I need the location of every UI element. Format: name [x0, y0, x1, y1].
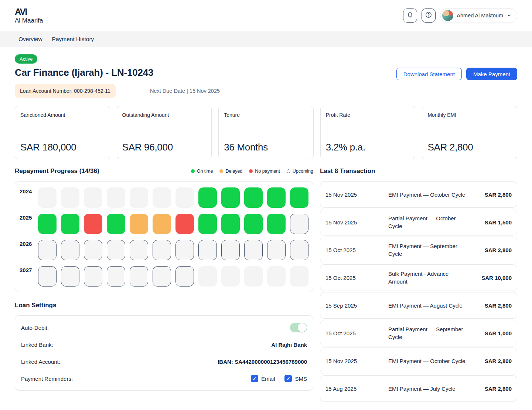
make-payment-button[interactable]: Make Payment: [466, 68, 517, 80]
nav-tab-payment-history[interactable]: Payment History: [52, 36, 94, 43]
month-cell-ontime: [244, 187, 263, 208]
month-cell-ontime: [221, 187, 240, 208]
stat-value: SAR 96,000: [122, 142, 207, 153]
legend-label: No payment: [255, 169, 280, 174]
month-cell-ontime: [198, 187, 217, 208]
transaction-date: 15 Oct 2025: [325, 330, 388, 336]
stat-value: 36 Months: [224, 142, 308, 153]
stat-card: Tenure36 Months: [218, 106, 314, 159]
linked-account-value: IBAN: SA442000000123456789000: [218, 359, 307, 365]
linked-account-label: Linked Account:: [21, 359, 60, 365]
month-cell-none: [153, 187, 171, 208]
month-cell-ontime: [61, 214, 79, 234]
month-cell-upcoming: [38, 240, 57, 260]
nav-tabs: OverviewPayment History: [0, 31, 532, 47]
legend-label: Upcoming: [293, 169, 313, 174]
stat-label: Profit Rate: [326, 112, 410, 118]
chevron-down-icon: [507, 13, 512, 18]
month-cell-none: [130, 187, 148, 208]
year-row-2024: 2024: [20, 187, 308, 208]
month-cell-nopayment: [84, 214, 102, 234]
right-column: Last 8 Transaction 15 Nov 2025EMI Paymen…: [320, 167, 517, 403]
month-cell-upcoming: [130, 266, 148, 287]
transaction-description: EMI Payment — July Cycle: [388, 385, 466, 393]
transaction-date: 15 Nov 2025: [325, 358, 388, 364]
year-label: 2026: [20, 240, 38, 247]
transaction-row: 15 Aug 2025EMI Payment — July CycleSAR 2…: [320, 375, 517, 402]
transaction-amount: SAR 2,800: [485, 358, 512, 364]
legend-item-upcoming: Upcoming: [287, 169, 313, 174]
month-cell-none: [198, 266, 217, 287]
toggle-knob: [298, 323, 307, 332]
transaction-row: 15 Nov 2025EMI Payment — October CycleSA…: [320, 348, 517, 374]
repayment-title: Repayment Progress (14/36): [15, 167, 99, 175]
transaction-amount: SAR 1,000: [485, 330, 512, 336]
stat-card: Monthly EMISAR 2,800: [422, 106, 517, 159]
legend-dot-nopayment: [249, 169, 253, 173]
linked-bank-value: Al Rajhi Bank: [271, 342, 307, 348]
month-cell-upcoming: [84, 240, 102, 260]
transactions-title: Last 8 Transaction: [320, 167, 375, 175]
legend-dot-ontime: [191, 169, 195, 173]
transaction-date: 15 Sep 2025: [325, 302, 388, 309]
nav-tab-overview[interactable]: Overview: [18, 36, 42, 43]
transaction-date: 15 Oct 2025: [325, 275, 388, 281]
stat-label: Sanctioned Amount: [20, 112, 105, 118]
left-column: Repayment Progress (14/36) On timeDelaye…: [15, 167, 313, 391]
transaction-amount: SAR 10,000: [481, 275, 512, 281]
user-name: Ahmed Al Maktoum: [457, 13, 503, 18]
stat-label: Monthly EMI: [427, 112, 512, 118]
download-statement-button[interactable]: Download Statement: [396, 68, 462, 80]
month-cell-ontime: [221, 214, 240, 234]
month-cell-upcoming: [61, 266, 79, 287]
month-cell-upcoming: [175, 240, 194, 260]
stat-card: Sanctioned AmountSAR 180,000: [15, 106, 110, 159]
month-cell-none: [38, 187, 57, 208]
auto-debit-row: Auto-Debit:: [21, 319, 307, 336]
stat-value: 3.2% p.a.: [326, 142, 410, 153]
transaction-amount: SAR 1,500: [485, 219, 512, 226]
notifications-button[interactable]: [403, 9, 417, 23]
next-due-date: Next Due Date | 15 Nov 2025: [150, 88, 220, 94]
month-cell-upcoming: [267, 240, 286, 260]
month-cell-none: [107, 187, 125, 208]
legend-label: Delayed: [225, 169, 242, 174]
auto-debit-toggle[interactable]: [290, 323, 307, 332]
month-cell-upcoming: [153, 240, 171, 260]
month-cell-upcoming: [153, 266, 171, 287]
reminder-checkbox-sms[interactable]: ✓SMS: [284, 375, 307, 382]
content-columns: Repayment Progress (14/36) On timeDelaye…: [15, 167, 517, 403]
month-cells: [38, 214, 308, 234]
help-button[interactable]: [422, 9, 436, 23]
month-cell-upcoming: [61, 240, 79, 260]
transaction-date: 15 Nov 2025: [325, 192, 388, 198]
user-menu[interactable]: Ahmed Al Maktoum: [440, 8, 517, 23]
month-cells: [38, 187, 308, 208]
month-cell-ontime: [107, 214, 125, 234]
month-cell-upcoming: [290, 214, 308, 234]
title-actions: Download Statement Make Payment: [396, 68, 517, 80]
year-row-2025: 2025: [20, 214, 308, 234]
transactions-list: 15 Nov 2025EMI Payment — October CycleSA…: [320, 181, 517, 402]
repayment-header: Repayment Progress (14/36) On timeDelaye…: [15, 167, 313, 176]
month-cell-none: [244, 266, 263, 287]
month-cell-upcoming: [175, 266, 194, 287]
stat-label: Outstanding Amount: [122, 112, 207, 118]
reminder-checkbox-email[interactable]: ✓Email: [251, 375, 275, 382]
transaction-amount: SAR 2,800: [485, 302, 512, 309]
question-icon: [425, 11, 432, 20]
month-cell-none: [175, 187, 194, 208]
stat-label: Tenure: [224, 112, 308, 118]
month-cell-none: [221, 266, 240, 287]
transaction-amount: SAR 2,800: [485, 192, 512, 198]
stat-card: Profit Rate3.2% p.a.: [320, 106, 416, 159]
transaction-date: 15 Oct 2025: [325, 247, 388, 253]
legend-dot-delayed: [219, 169, 223, 173]
month-cell-upcoming: [38, 266, 57, 287]
transaction-row: 15 Nov 2025EMI Payment — October CycleSA…: [320, 181, 517, 208]
linked-bank-row: Linked Bank: Al Rajhi Bank: [21, 336, 307, 353]
legend-item-delayed: Delayed: [219, 169, 242, 174]
month-cells: [38, 240, 308, 260]
payment-reminders-row: Payment Reminders: ✓Email✓SMS: [21, 370, 307, 387]
legend-label: On time: [197, 169, 213, 174]
